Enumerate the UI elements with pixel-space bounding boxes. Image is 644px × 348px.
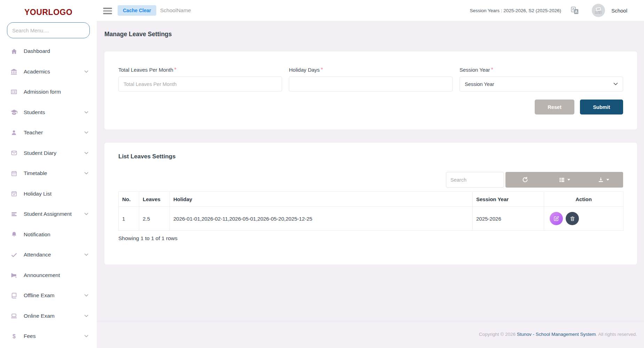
avatar-photo-icon: [595, 6, 602, 11]
avatar[interactable]: NO IMAGE AVAILABLE: [592, 4, 605, 17]
form-icon: [10, 88, 18, 95]
sidebar-item-label: Offline Exam: [24, 292, 54, 299]
session-years-label: Session Years : 2025-2026, S2 (2025-2026…: [470, 8, 561, 13]
bank-icon: [10, 68, 18, 75]
chevron-down-icon: [84, 70, 88, 73]
holiday-days-label: Holiday Days: [289, 67, 320, 73]
page-title: Manage Leave Settings: [104, 31, 172, 38]
edit-button[interactable]: [550, 212, 563, 225]
sidebar-item-label: Admission form: [24, 89, 61, 95]
check-icon: [10, 252, 18, 258]
chevron-down-icon: [84, 172, 88, 175]
sidebar-item-online-exam[interactable]: Online Exam: [0, 306, 97, 326]
main-content: Manage Leave Settings Total Leaves Per M…: [97, 21, 644, 348]
book-icon: [10, 292, 18, 299]
sidebar-item-students[interactable]: Students: [0, 102, 97, 123]
sidebar-item-label: Teacher: [24, 129, 43, 136]
delete-button[interactable]: [566, 212, 579, 225]
app-logo: YOURLOGO: [0, 0, 97, 17]
sidebar-search-input[interactable]: [12, 27, 85, 33]
cell-action: [544, 207, 623, 231]
sidebar-item-student-assignment[interactable]: Student Assignment: [0, 204, 97, 224]
columns-button[interactable]: [545, 172, 584, 188]
refresh-icon: [522, 176, 528, 183]
export-button[interactable]: [584, 172, 623, 188]
sidebar-item-fees[interactable]: $ Fees: [0, 326, 97, 347]
chevron-down-icon: [84, 294, 88, 297]
user-name-label[interactable]: School: [611, 8, 627, 14]
columns-icon: [559, 177, 565, 183]
holiday-days-input[interactable]: [289, 77, 453, 92]
brand-link[interactable]: Stunov - School Management System: [517, 332, 596, 337]
caret-down-icon: [567, 179, 570, 181]
cell-no: 1: [119, 207, 139, 231]
calendar-icon: [10, 170, 18, 177]
list-leaves-card: List Leaves Settings No. Leaves Holiday: [104, 143, 637, 264]
envelope-icon: [10, 150, 18, 156]
sidebar-item-label: Holiday List: [24, 191, 52, 197]
sidebar-item-holiday-list[interactable]: Holiday List: [0, 184, 97, 204]
leaves-table: No. Leaves Holiday Session Year Action 1…: [118, 191, 623, 231]
reset-button[interactable]: Reset: [535, 100, 574, 114]
table-row: 1 2.5 2026-01-01,2026-02-11,2026-05-01,2…: [119, 207, 623, 231]
cell-leaves: 2.5: [139, 207, 170, 231]
dollar-icon: $: [10, 333, 18, 340]
table-toolbar: [505, 172, 623, 188]
translate-icon[interactable]: A: [570, 6, 579, 15]
home-icon: [10, 48, 18, 55]
sidebar-item-label: Student Assignment: [24, 211, 72, 217]
submit-button[interactable]: Submit: [580, 100, 623, 114]
sidebar-item-teacher[interactable]: Teacher: [0, 122, 97, 143]
bell-icon: [10, 231, 18, 238]
sidebar-item-academics[interactable]: Academics: [0, 62, 97, 82]
sidebar-item-notification[interactable]: Notification: [0, 224, 97, 245]
tasks-icon: [10, 211, 18, 217]
field-total-leaves: Total Leaves Per Month*: [118, 67, 282, 92]
laptop-icon: [10, 313, 18, 319]
footer: Copyright © 2026 Stunov - School Managem…: [479, 332, 637, 337]
megaphone-icon: [10, 272, 18, 279]
calendar-check-icon: [10, 190, 18, 197]
chevron-down-icon: [84, 131, 88, 134]
sidebar-item-admission-form[interactable]: Admission form: [0, 82, 97, 102]
session-year-label: Session Year: [460, 67, 490, 73]
list-title: List Leaves Settings: [118, 153, 175, 160]
menu-toggle-icon[interactable]: [103, 8, 112, 14]
table-search-input[interactable]: [446, 172, 504, 188]
sidebar-item-label: Dashboard: [24, 48, 50, 54]
sidebar-item-dashboard[interactable]: Dashboard: [0, 41, 97, 62]
sidebar-item-timetable[interactable]: Timetable: [0, 163, 97, 184]
sidebar-item-label: Notification: [24, 231, 50, 238]
field-session-year: Session Year* Session Year: [460, 67, 623, 92]
chevron-down-icon: [84, 315, 88, 317]
school-name-label: SchoolName: [160, 0, 191, 21]
total-leaves-input[interactable]: [118, 77, 282, 92]
copyright-suffix: . All rights reserved.: [596, 332, 637, 337]
column-header-no: No.: [119, 192, 139, 207]
session-year-select[interactable]: Session Year: [460, 77, 623, 92]
total-leaves-label: Total Leaves Per Month: [118, 67, 173, 73]
sidebar-item-student-diary[interactable]: Student Diary: [0, 143, 97, 164]
chevron-down-icon: [84, 213, 88, 215]
download-icon: [598, 177, 604, 183]
sidebar-item-announcement[interactable]: Announcement: [0, 265, 97, 286]
sidebar-item-offline-exam[interactable]: Offline Exam: [0, 285, 97, 306]
form-buttons: Reset Submit: [535, 100, 623, 114]
column-header-holiday: Holiday: [170, 192, 473, 207]
chevron-down-icon: [84, 253, 88, 256]
chevron-down-icon: [613, 82, 618, 86]
graduation-cap-icon: [10, 109, 18, 116]
sidebar-item-label: Student Diary: [24, 150, 56, 156]
session-year-selected-value: Session Year: [465, 81, 494, 87]
cache-clear-button[interactable]: Cache Clear: [118, 5, 156, 16]
required-asterisk: *: [491, 67, 493, 73]
sidebar-item-attendance[interactable]: Attendance: [0, 245, 97, 265]
sidebar-menu: Dashboard Academics Admission form Stude…: [0, 41, 97, 347]
refresh-button[interactable]: [505, 172, 545, 188]
required-asterisk: *: [174, 67, 176, 73]
pagination-summary: Showing 1 to 1 of 1 rows: [118, 235, 178, 242]
sidebar: YOURLOGO Dashboard Academics Admission f…: [0, 0, 97, 348]
column-header-session-year: Session Year: [473, 192, 544, 207]
trash-icon: [570, 216, 575, 222]
cell-holiday: 2026-01-01,2026-02-11,2026-05-01,2026-05…: [170, 207, 473, 231]
